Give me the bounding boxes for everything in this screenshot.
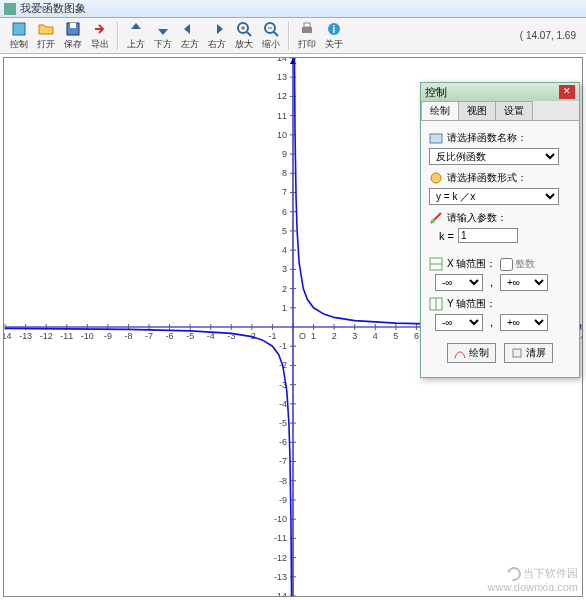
svg-text:11: 11 [277,111,287,121]
x-range-label: X 轴范围： [447,257,496,271]
x-max-select[interactable]: +∞ [500,274,548,291]
svg-text:2: 2 [332,331,337,341]
svg-text:-12: -12 [274,553,287,563]
clear-button[interactable]: 清屏 [504,343,553,363]
svg-rect-0 [13,23,25,35]
svg-point-126 [431,173,441,183]
svg-text:5: 5 [393,331,398,341]
toolbar-separator [117,22,119,50]
svg-text:4: 4 [282,245,287,255]
svg-rect-5 [302,27,312,33]
svg-text:6: 6 [282,207,287,217]
control-dialog: 控制 ✕ 绘制 视图 设置 请选择函数名称： 反比例函数 请选择函数形式： y … [420,82,580,378]
svg-text:-7: -7 [279,456,287,466]
svg-text:-5: -5 [186,331,194,341]
svg-text:-5: -5 [279,418,287,428]
function-form-select[interactable]: y = k ／x [429,188,559,205]
y-range-label: Y 轴范围： [447,297,496,311]
svg-text:-1: -1 [268,331,276,341]
control-button[interactable]: 控制 [6,20,32,52]
x-min-select[interactable]: -∞ [435,274,483,291]
svg-text:-8: -8 [124,331,132,341]
dialog-titlebar[interactable]: 控制 ✕ [421,83,579,101]
draw-button[interactable]: 绘制 [447,343,496,363]
clear-icon [511,347,523,359]
svg-text:-9: -9 [279,495,287,505]
svg-rect-2 [70,23,76,28]
k-label: k = [439,230,454,242]
svg-text:O: O [299,331,306,341]
zoom-out-button[interactable]: 缩小 [258,20,284,52]
svg-text:13: 13 [277,72,287,82]
tab-settings[interactable]: 设置 [495,101,533,120]
svg-text:5: 5 [282,226,287,236]
form-icon [429,171,443,185]
name-icon [429,131,443,145]
y-max-select[interactable]: +∞ [500,314,548,331]
dialog-title: 控制 [425,85,447,100]
svg-text:-7: -7 [145,331,153,341]
svg-text:-12: -12 [40,331,53,341]
svg-rect-6 [304,23,310,27]
svg-text:i: i [333,24,336,35]
toolbar-separator [288,22,290,50]
about-button[interactable]: i关于 [321,20,347,52]
svg-text:10: 10 [277,130,287,140]
svg-text:1: 1 [282,303,287,313]
svg-text:9: 9 [282,149,287,159]
function-name-select[interactable]: 反比例函数 [429,148,559,165]
svg-text:-11: -11 [274,533,287,543]
svg-text:-9: -9 [104,331,112,341]
draw-icon [454,347,466,359]
params-icon [429,211,443,225]
close-icon[interactable]: ✕ [559,85,575,99]
svg-text:-6: -6 [279,437,287,447]
svg-text:-11: -11 [60,331,73,341]
svg-text:-6: -6 [166,331,174,341]
k-input[interactable] [458,228,518,243]
tab-view[interactable]: 视图 [458,101,496,120]
svg-text:4: 4 [373,331,378,341]
left-button[interactable]: 左方 [177,20,203,52]
svg-text:-1: -1 [279,341,287,351]
print-button[interactable]: 打印 [294,20,320,52]
tab-draw[interactable]: 绘制 [421,101,459,120]
right-button[interactable]: 右方 [204,20,230,52]
zoom-in-button[interactable]: 放大 [231,20,257,52]
y-range-icon [429,297,443,311]
x-range-icon [429,257,443,271]
svg-text:-14: -14 [274,591,287,596]
svg-text:3: 3 [352,331,357,341]
choose-form-label: 请选择函数形式： [447,171,527,185]
window-title: 我爱函数图象 [20,1,86,16]
svg-text:-4: -4 [279,399,287,409]
toolbar: 控制 打开 保存 导出 上方 下方 左方 右方 放大 缩小 打印 i关于 ( 1… [0,18,586,54]
export-button[interactable]: 导出 [87,20,113,52]
svg-text:14: 14 [277,58,287,63]
integer-checkbox-label[interactable]: 整数 [500,257,535,271]
open-button[interactable]: 打开 [33,20,59,52]
svg-rect-130 [513,349,521,357]
svg-text:6: 6 [414,331,419,341]
up-button[interactable]: 上方 [123,20,149,52]
svg-text:-14: -14 [4,331,12,341]
svg-text:7: 7 [282,187,287,197]
svg-text:12: 12 [277,91,287,101]
dialog-body: 请选择函数名称： 反比例函数 请选择函数形式： y = k ／x 请输入参数： … [421,121,579,377]
choose-name-label: 请选择函数名称： [447,131,527,145]
down-button[interactable]: 下方 [150,20,176,52]
svg-text:-8: -8 [279,476,287,486]
title-bar: 我爱函数图象 [0,0,586,18]
svg-text:-10: -10 [274,514,287,524]
cursor-coordinates: ( 14.07, 1.69 [520,30,580,41]
svg-text:-13: -13 [274,572,287,582]
svg-point-127 [431,219,435,223]
integer-checkbox[interactable] [500,258,513,271]
save-button[interactable]: 保存 [60,20,86,52]
y-min-select[interactable]: -∞ [435,314,483,331]
svg-text:-13: -13 [19,331,32,341]
dialog-tabs: 绘制 视图 设置 [421,101,579,121]
svg-text:1: 1 [311,331,316,341]
input-params-label: 请输入参数： [447,211,507,225]
svg-text:-10: -10 [81,331,94,341]
